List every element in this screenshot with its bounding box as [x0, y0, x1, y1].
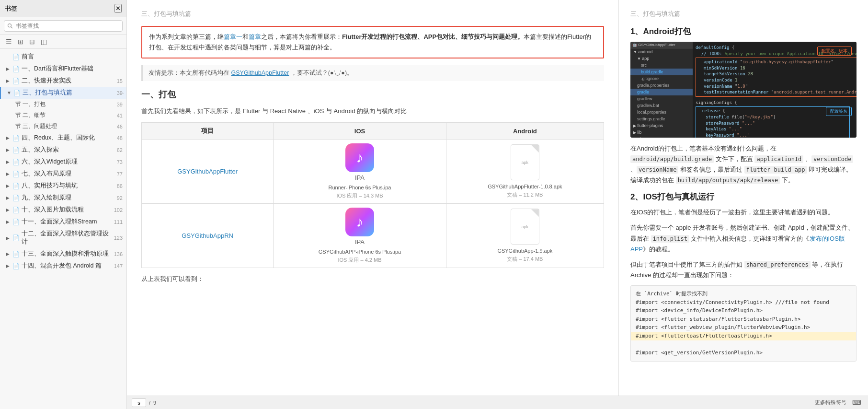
- intro-text-before: 作为系列文章的第三篇，继: [149, 33, 224, 40]
- expand-icon-ch3: ▼: [7, 90, 11, 95]
- sidebar-count-ch3-2: 41: [117, 113, 123, 118]
- sidebar-item-ch2[interactable]: ▶ 📄 二、快速开发实践 15: [0, 75, 126, 87]
- ide-file-gradlew-bat: gradlew.bat: [630, 102, 693, 109]
- page-icon-ch11: 📄: [12, 219, 20, 225]
- table-cell-ios-rn: ♪ IPA GSYGithubAPP-iPhone 6s Plus.ipa IO…: [274, 204, 446, 268]
- ios-filesize-flutter: IOS 应用 – 14.3 MB: [336, 192, 383, 199]
- table-header-ios: IOS: [274, 123, 446, 140]
- apk-icon-rn: apk: [511, 209, 539, 245]
- intro-link1[interactable]: 篇章一: [224, 33, 242, 40]
- ios-filename-rn: GSYGithubAPP-iPhone 6s Plus.ipa: [319, 249, 401, 255]
- sidebar-item-ch8[interactable]: ▶ 📄 八、实用技巧与填坑 86: [0, 180, 126, 192]
- ide-header-bar: 🤖 GSYGithubAppFlutter: [630, 42, 693, 48]
- sidebar-item-ch10[interactable]: ▶ 📄 十、深入图片加载流程 102: [0, 204, 126, 216]
- sidebar-item-ch3-1[interactable]: 节 一、打包 39: [0, 99, 126, 110]
- tip-link[interactable]: GSYGithubAppFlutter: [231, 70, 289, 76]
- sidebar-item-ch1[interactable]: ▶ 📄 一、Dart语言和Flutter基础: [0, 63, 126, 75]
- sidebar-count-ch12: 123: [114, 235, 123, 241]
- svg-line-1: [11, 27, 13, 29]
- expand-icon-ch14: ▶: [6, 263, 11, 269]
- page-icon-ch10: 📄: [12, 207, 20, 213]
- ide-file-lib: lib: [630, 129, 693, 136]
- sidebar-item-ch4[interactable]: ▶ 📄 四、Redux、主题、国际化 48: [0, 132, 126, 144]
- ide-file-gradlew: gradlew: [630, 95, 693, 102]
- main-content: 三、打包与填坑篇 作为系列文章的第三篇，继篇章一和篇章之后，本篇将为你看重展示：…: [127, 0, 868, 409]
- sidebar-item-ch9[interactable]: ▶ 📄 九、深入绘制原理 92: [0, 192, 126, 204]
- tip-text: 友情提示：本文所有代码均在 GSYGithubAppFlutter ，要不试试？…: [148, 70, 353, 76]
- code-block-errors: 在 `Archive` 时提示找不到 #import <connectivity…: [630, 285, 857, 362]
- expand-icon-ch7: ▶: [6, 171, 11, 176]
- project-link-flutter[interactable]: GSYGithubAppFlutter: [177, 168, 238, 175]
- sidebar-label-ch4: 四、Redux、主题、国际化: [22, 134, 115, 142]
- ios-filesize-rn: IOS 应用 – 4.2 MB: [338, 257, 381, 264]
- ipa-label-flutter: IPA: [355, 174, 365, 181]
- sidebar-icon-btn-3[interactable]: ⊟: [27, 37, 37, 47]
- left-chapter-title: 三、打包与填坑篇: [141, 10, 604, 18]
- more-icon-ch3: ···: [120, 90, 125, 96]
- sidebar-item-ch13[interactable]: ▶ 📄 十三、全面深入触摸和滑动原理 136: [0, 248, 126, 260]
- sidebar-count-ch3-3: 46: [117, 124, 123, 129]
- bottom-icon-btn-1[interactable]: ⌨: [850, 398, 863, 407]
- intro-box: 作为系列文章的第三篇，继篇章一和篇章之后，本篇将为你看重展示：Flutter开发…: [141, 26, 604, 58]
- sidebar-item-ch5[interactable]: ▶ 📄 五、深入探索 62: [0, 144, 126, 156]
- sidebar-item-ch14[interactable]: ▶ 📄 十四、混合开发包 Android 篇 147: [0, 260, 126, 272]
- search-icon: [7, 23, 13, 29]
- sidebar-title: 书签: [5, 4, 17, 13]
- page-icon-ch14: 📄: [12, 263, 20, 269]
- sidebar-item-ch3-3[interactable]: 节 三、问题处理 46: [0, 121, 126, 132]
- sidebar-item-ch6[interactable]: ▶ 📄 六、深入Widget原理 73: [0, 156, 126, 168]
- sidebar-toolbar: ☰ ⊞ ⊟ ◫: [0, 35, 126, 49]
- sidebar-icon-btn-1[interactable]: ☰: [4, 37, 14, 47]
- ipa-icon-rn: ♪: [345, 208, 374, 236]
- sidebar-label-ch3-3: 节 三、问题处理: [15, 122, 115, 130]
- bottom-bar: / 9 更多特殊符号 ⌨: [127, 396, 868, 409]
- expand-icon-ch4: ▶: [6, 135, 11, 140]
- project-link-rn[interactable]: GSYGithubAppRN: [182, 232, 233, 239]
- sidebar-icon-btn-2[interactable]: ⊞: [16, 37, 25, 47]
- page-icon-preface: 📄: [12, 54, 20, 60]
- config-label: 配置名、版本: [817, 47, 852, 56]
- sidebar-count-ch6: 73: [117, 159, 123, 165]
- sidebar-item-ch12[interactable]: ▶ 📄 十二、全面深入理解状态管理设计 123: [0, 228, 126, 248]
- svg-point-0: [8, 24, 11, 27]
- ide-file-android: android: [630, 48, 693, 55]
- sidebar-item-ch7[interactable]: ▶ 📄 七、深入布局原理 77: [0, 168, 126, 180]
- page-icon-ch4: 📄: [12, 135, 20, 141]
- page-icon-ch6: 📄: [12, 159, 20, 165]
- sidebar-label-ch14: 十四、混合开发包 Android 篇: [22, 262, 112, 270]
- sidebar-item-ch3[interactable]: ▼ 📄 三、打包与填坑篇 39 ···: [0, 87, 126, 99]
- sidebar-label-ch8: 八、实用技巧与填坑: [22, 182, 115, 190]
- page-icon-ch7: 📄: [12, 171, 20, 177]
- sidebar-label-ch12: 十二、全面深入理解状态管理设计: [22, 230, 112, 246]
- sidebar-count-ch10: 102: [114, 207, 123, 213]
- sidebar-close-button[interactable]: ✕: [114, 4, 122, 13]
- sidebar-item-ch11[interactable]: ▶ 📄 十一、全面深入理解Stream 111: [0, 216, 126, 228]
- sidebar-label-ch3: 三、打包与填坑篇: [23, 89, 115, 97]
- intro-link2[interactable]: 篇章: [249, 33, 261, 40]
- sidebar-icon-btn-4[interactable]: ◫: [39, 37, 49, 47]
- page-icon-ch2: 📄: [12, 78, 20, 84]
- table-cell-android-flutter: apk GSYGithubAppFlutter-1.0.8.apk 文稿 – 1…: [446, 140, 604, 204]
- expand-icon-ch13: ▶: [6, 251, 11, 257]
- sidebar-item-ch3-2[interactable]: 节 二、细节 41: [0, 110, 126, 121]
- android-filesize-rn: 文稿 – 17.4 MB: [507, 256, 543, 263]
- expand-icon-ch1: ▶: [6, 66, 11, 71]
- table-cell-project-rn: GSYGithubAppRN: [142, 204, 274, 268]
- sidebar-item-preface[interactable]: 📄 前言: [0, 51, 126, 63]
- page-icon-ch8: 📄: [12, 183, 20, 189]
- bottom-right: 更多特殊符号 ⌨: [815, 398, 863, 407]
- sidebar-label-preface: 前言: [22, 53, 123, 61]
- compare-table: 项目 IOS Android GSYGithubAppFlutter ♪: [141, 122, 604, 268]
- sidebar-count-ch3-1: 39: [117, 102, 123, 107]
- right-section-title-android: 1、Android打包: [630, 26, 857, 37]
- expand-icon-ch6: ▶: [6, 159, 11, 164]
- sidebar-label-ch1: 一、Dart语言和Flutter基础: [22, 65, 123, 73]
- sidebar-label-ch6: 六、深入Widget原理: [22, 158, 115, 166]
- sidebar-count-ch2: 15: [117, 78, 123, 84]
- page-input[interactable]: [132, 398, 146, 407]
- sidebar-count-ch4: 48: [117, 135, 123, 141]
- sidebar-label-ch7: 七、深入布局原理: [22, 170, 115, 178]
- sidebar-search-input[interactable]: [4, 20, 123, 32]
- apk-icon-inner-flutter: apk: [522, 160, 529, 165]
- expand-icon-ch8: ▶: [6, 183, 11, 188]
